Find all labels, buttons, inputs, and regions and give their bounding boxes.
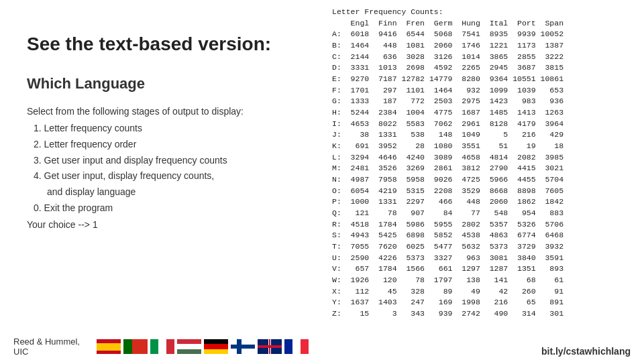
frequency-table: Letter Frequency Counts: Engl Finn Fren … <box>332 7 634 320</box>
flag-portugal <box>123 339 148 354</box>
flag-spain <box>97 339 121 354</box>
flags-container <box>97 339 309 354</box>
which-language-heading: Which Language <box>27 75 295 93</box>
menu-item-3: 3. Get user input and display frequency … <box>34 153 295 169</box>
flag-france <box>284 339 309 354</box>
menu-item-4-cont: and display language <box>47 184 295 200</box>
menu-item-4: 4. Get user input, display frequency cou… <box>34 168 295 184</box>
menu-item-0: 0. Exit the program <box>34 200 295 217</box>
footer-label: Reed & Hummel, UIC <box>13 337 87 357</box>
left-panel: See the text-based version: Which Langua… <box>0 0 322 362</box>
select-prompt: Select from the following stages of outp… <box>27 106 295 117</box>
flag-uk <box>258 339 282 354</box>
bit-ly-link: bit.ly/cstawhichlang <box>541 346 631 357</box>
flag-germany <box>204 339 228 354</box>
see-text-heading: See the text-based version: <box>27 34 295 55</box>
menu-item-1: 1. Letter frequency counts <box>34 121 295 137</box>
menu-items: 1. Letter frequency counts 2. Letter fre… <box>34 121 295 217</box>
flag-italy <box>150 339 174 354</box>
footer: Reed & Hummel, UIC <box>0 331 322 362</box>
flag-finland <box>231 339 255 354</box>
flag-hungary <box>177 339 201 354</box>
menu-item-2: 2. Letter frequency order <box>34 137 295 153</box>
right-panel: Letter Frequency Counts: Engl Finn Fren … <box>322 0 644 362</box>
your-choice: Your choice --> 1 <box>27 219 295 230</box>
